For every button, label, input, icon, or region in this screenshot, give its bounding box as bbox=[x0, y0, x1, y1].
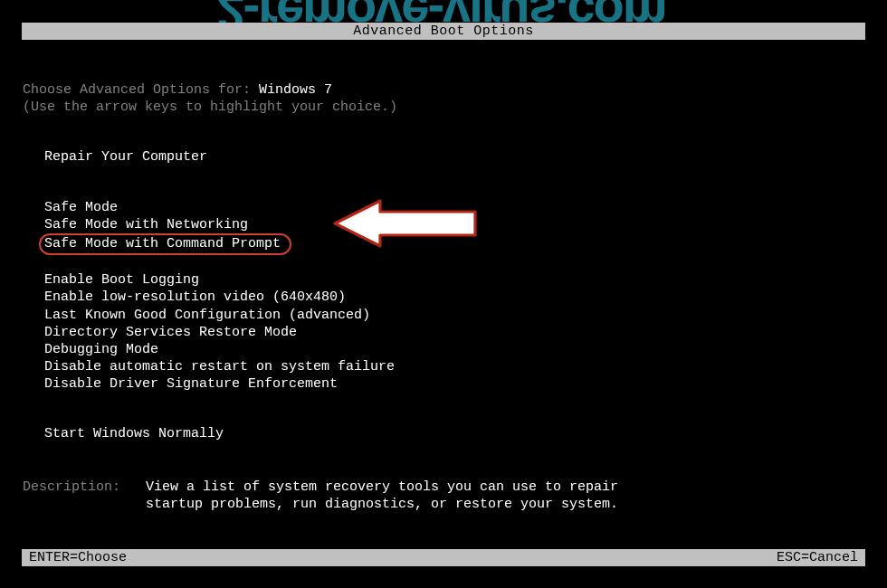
menu-repair-your-computer[interactable]: Repair Your Computer bbox=[44, 148, 864, 166]
boot-options-screen: Advanced Boot Options Choose Advanced Op… bbox=[22, 23, 865, 566]
description-row: Description: View a list of system recov… bbox=[23, 479, 864, 513]
content-area: Choose Advanced Options for: Windows 7 (… bbox=[22, 40, 865, 513]
menu-directory-services-restore[interactable]: Directory Services Restore Mode bbox=[44, 324, 864, 341]
description-label: Description: bbox=[23, 479, 146, 513]
footer-enter: ENTER=Choose bbox=[29, 550, 127, 565]
menu-safe-mode-command-prompt[interactable]: Safe Mode with Command Prompt bbox=[39, 233, 291, 255]
menu-safe-mode[interactable]: Safe Mode bbox=[44, 199, 864, 216]
intro-hint: (Use the arrow keys to highlight your ch… bbox=[23, 99, 864, 116]
menu-low-resolution-video[interactable]: Enable low-resolution video (640x480) bbox=[44, 289, 864, 306]
title-text: Advanced Boot Options bbox=[353, 24, 534, 39]
menu-debugging-mode[interactable]: Debugging Mode bbox=[44, 341, 864, 358]
menu-disable-auto-restart[interactable]: Disable automatic restart on system fail… bbox=[44, 358, 864, 375]
intro-prefix: Choose Advanced Options for: bbox=[23, 82, 259, 98]
menu-section: Repair Your Computer Safe Mode Safe Mode… bbox=[23, 148, 864, 442]
menu-enable-boot-logging[interactable]: Enable Boot Logging bbox=[44, 271, 864, 289]
menu-last-known-good-config[interactable]: Last Known Good Configuration (advanced) bbox=[44, 307, 864, 324]
menu-safe-mode-networking[interactable]: Safe Mode with Networking bbox=[44, 216, 864, 233]
footer-esc: ESC=Cancel bbox=[777, 550, 858, 565]
footer-bar: ENTER=Choose ESC=Cancel bbox=[22, 549, 865, 566]
menu-disable-driver-signature[interactable]: Disable Driver Signature Enforcement bbox=[44, 375, 864, 393]
description-text: View a list of system recovery tools you… bbox=[146, 479, 864, 513]
menu-start-windows-normally[interactable]: Start Windows Normally bbox=[44, 425, 864, 442]
os-name: Windows 7 bbox=[259, 82, 332, 98]
intro-line: Choose Advanced Options for: Windows 7 bbox=[23, 81, 864, 99]
description-line2: startup problems, run diagnostics, or re… bbox=[146, 496, 864, 513]
description-line1: View a list of system recovery tools you… bbox=[146, 479, 864, 496]
title-bar: Advanced Boot Options bbox=[22, 23, 865, 40]
